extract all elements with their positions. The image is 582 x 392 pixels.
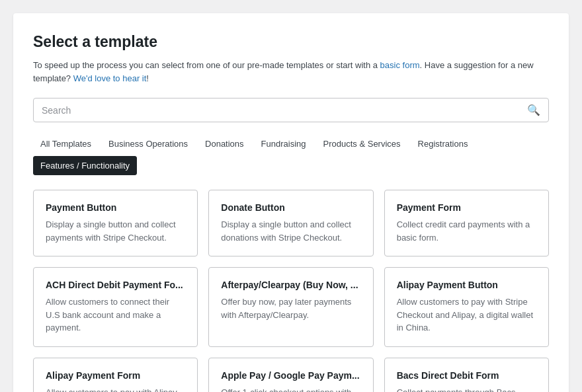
card-description: Display a single button and collect dona…: [221, 218, 360, 244]
card-description: Collect payments through Bacs Direct Deb…: [397, 386, 536, 393]
suggestion-link[interactable]: We'd love to hear it: [73, 73, 147, 83]
tab-products[interactable]: Products & Services: [316, 134, 408, 153]
page-description: To speed up the process you can select f…: [33, 59, 549, 85]
card-description: Allow customers to pay with Alipay, a di…: [46, 386, 185, 393]
tab-registrations[interactable]: Registrations: [411, 134, 476, 153]
tab-all[interactable]: All Templates: [33, 134, 99, 153]
template-card[interactable]: Afterpay/Clearpay (Buy Now, ... Offer bu…: [208, 267, 373, 347]
tab-donations[interactable]: Donations: [198, 134, 251, 153]
template-card[interactable]: Alipay Payment Button Allow customers to…: [384, 267, 549, 347]
tab-business[interactable]: Business Operations: [101, 134, 195, 153]
card-description: Offer 1-click checkout options with Appl…: [221, 386, 360, 393]
card-title: Bacs Direct Debit Form: [397, 370, 536, 381]
card-description: Collect credit card payments with a basi…: [397, 218, 536, 244]
tab-fundraising[interactable]: Fundraising: [254, 134, 313, 153]
main-container: Select a template To speed up the proces…: [13, 13, 569, 392]
card-title: ACH Direct Debit Payment Fo...: [46, 280, 185, 290]
card-title: Payment Button: [46, 202, 185, 213]
template-card[interactable]: Donate Button Display a single button an…: [208, 190, 373, 256]
search-input[interactable]: [42, 105, 527, 116]
template-card[interactable]: Payment Button Display a single button a…: [33, 190, 198, 256]
template-card[interactable]: Apple Pay / Google Pay Paym... Offer 1-c…: [208, 358, 373, 393]
card-title: Alipay Payment Button: [397, 280, 536, 290]
cards-grid: Payment Button Display a single button a…: [33, 190, 549, 392]
card-title: Donate Button: [221, 202, 360, 213]
tabs-container: All TemplatesBusiness OperationsDonation…: [33, 134, 549, 175]
search-bar: 🔍: [33, 98, 549, 122]
template-card[interactable]: ACH Direct Debit Payment Fo... Allow cus…: [33, 267, 198, 347]
page-title: Select a template: [33, 33, 549, 51]
card-title: Payment Form: [397, 202, 536, 213]
card-title: Afterpay/Clearpay (Buy Now, ...: [221, 280, 360, 290]
card-title: Apple Pay / Google Pay Paym...: [221, 370, 360, 381]
card-title: Alipay Payment Form: [46, 370, 185, 381]
description-suffix: !: [146, 73, 149, 83]
search-icon: 🔍: [527, 104, 540, 116]
template-card[interactable]: Bacs Direct Debit Form Collect payments …: [384, 358, 549, 393]
card-description: Offer buy now, pay later payments with A…: [221, 295, 360, 321]
card-description: Allow customers to connect their U.S ban…: [46, 295, 185, 334]
description-prefix: To speed up the process you can select f…: [33, 60, 380, 70]
basic-form-link[interactable]: basic form: [380, 60, 420, 70]
tab-features[interactable]: Features / Functionality: [33, 156, 137, 175]
card-description: Allow customers to pay with Stripe Check…: [397, 295, 536, 334]
card-description: Display a single button and collect paym…: [46, 218, 185, 244]
template-card[interactable]: Payment Form Collect credit card payment…: [384, 190, 549, 256]
template-card[interactable]: Alipay Payment Form Allow customers to p…: [33, 358, 198, 393]
